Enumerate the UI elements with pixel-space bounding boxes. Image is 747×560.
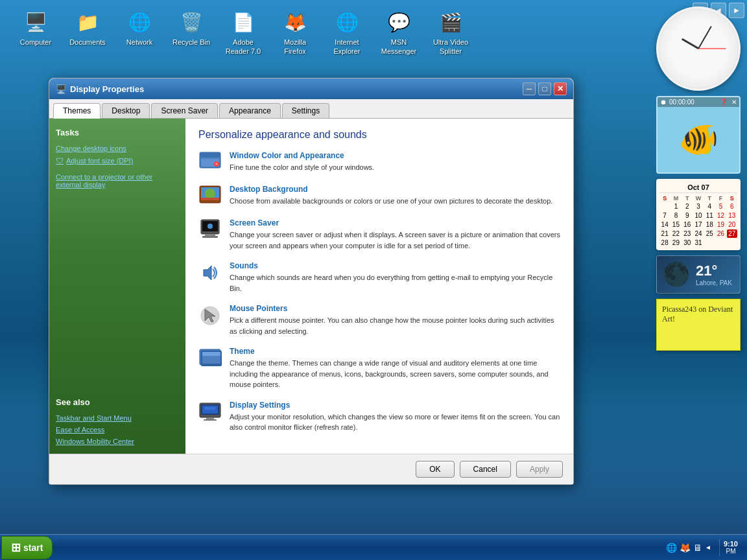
setting-sounds: Sounds Change which sounds are heard whe… <box>198 261 560 294</box>
cal-day-21[interactable]: 21 <box>659 229 670 238</box>
theme-text: Theme Change the theme. Themes can chang… <box>230 347 560 390</box>
cal-day-7[interactable]: 7 <box>659 211 670 220</box>
fish-help-icon: ❓ <box>720 99 728 106</box>
maximize-button[interactable]: □ <box>538 82 551 95</box>
theme-desc: Change the theme. Themes can change a wi… <box>230 358 560 390</box>
desktop-icon-network[interactable]: 🌐 Network <box>117 6 162 59</box>
setting-window-color: Window Color and Appearance Fine tune th… <box>198 151 560 174</box>
tray-icon-monitor[interactable]: 🖥 <box>693 542 702 553</box>
tab-screensaver[interactable]: Screen Saver <box>151 103 218 118</box>
cal-day-5[interactable]: 5 <box>715 202 726 211</box>
temperature: 21° <box>696 262 732 279</box>
cal-day-18[interactable]: 18 <box>704 220 715 229</box>
cal-day-24[interactable]: 24 <box>693 229 704 238</box>
cal-day-13[interactable]: 13 <box>727 211 737 220</box>
desktop-background-link[interactable]: Desktop Background <box>230 185 560 194</box>
cal-day-25[interactable]: 25 <box>704 229 715 238</box>
setting-desktop-background: Desktop Background Choose from available… <box>198 185 560 208</box>
mouse-pointers-icon <box>198 304 222 327</box>
screen-saver-link[interactable]: Screen Saver <box>230 218 560 228</box>
sidebar-item-connect-projector[interactable]: Connect to a projector or other external… <box>56 171 179 191</box>
sidebar-item-taskbar[interactable]: Taskbar and Start Menu <box>56 412 179 424</box>
tray-icons: 🌐 🦊 🖥 ◄ <box>666 542 711 553</box>
tab-themes[interactable]: Themes <box>53 103 101 119</box>
mouse-pointers-text: Mouse Pointers Pick a different mouse po… <box>230 304 560 336</box>
display-settings-link[interactable]: Display Settings <box>230 401 560 410</box>
desktop-icon-msn[interactable]: 💬 MSN Messenger <box>376 6 421 59</box>
cancel-button[interactable]: Cancel <box>460 461 511 478</box>
desktop-icon-computer[interactable]: 🖥️ Computer <box>13 6 58 59</box>
sidebar-see-also-header: See also <box>56 397 179 407</box>
tab-desktop[interactable]: Desktop <box>102 103 150 118</box>
cal-day-3[interactable]: 3 <box>693 202 704 211</box>
desktop-icon-ie[interactable]: 🌐 Internet Explorer <box>324 6 370 59</box>
ok-button[interactable]: OK <box>416 461 454 478</box>
sounds-link[interactable]: Sounds <box>230 261 560 270</box>
tray-expand-icon[interactable]: ◄ <box>705 544 711 551</box>
cal-day-30[interactable]: 30 <box>682 239 693 247</box>
cal-day-23[interactable]: 23 <box>682 229 693 238</box>
sidebar-item-ease-of-access[interactable]: Ease of Access <box>56 424 179 436</box>
start-button[interactable]: ⊞ start <box>1 536 53 559</box>
apply-button[interactable]: Apply <box>516 461 563 478</box>
svg-rect-8 <box>201 198 219 200</box>
sticky-note[interactable]: Picassa243 on Deviant Art! <box>656 299 741 351</box>
tab-appearance[interactable]: Appearance <box>219 103 281 118</box>
sticky-note-text: Picassa243 on Deviant Art! <box>662 305 733 323</box>
fish-close-icon[interactable]: ✕ <box>731 99 737 106</box>
cal-day-15[interactable]: 15 <box>670 220 681 229</box>
cal-day-9[interactable]: 9 <box>682 211 693 220</box>
sidebar-item-windows-mobility[interactable]: Windows Mobility Center <box>56 436 179 447</box>
window-color-link[interactable]: Window Color and Appearance <box>230 151 560 160</box>
cal-day-16[interactable]: 16 <box>682 220 693 229</box>
sounds-text: Sounds Change which sounds are heard whe… <box>230 261 560 294</box>
cal-day-1[interactable]: 1 <box>670 202 681 211</box>
mouse-pointers-link[interactable]: Mouse Pointers <box>230 304 560 313</box>
cal-day-26[interactable]: 26 <box>715 229 726 238</box>
cal-day-10[interactable]: 10 <box>693 211 704 220</box>
cal-day-4[interactable]: 4 <box>704 202 715 211</box>
calendar-month-year: Oct 07 <box>659 182 737 193</box>
minimize-button[interactable]: ─ <box>523 82 536 95</box>
desktop-icon-documents[interactable]: 📁 Documents <box>65 6 110 59</box>
cal-day-8[interactable]: 8 <box>670 211 681 220</box>
svg-rect-23 <box>204 419 217 421</box>
svg-rect-19 <box>202 352 220 356</box>
theme-link[interactable]: Theme <box>230 347 560 356</box>
cal-day-11[interactable]: 11 <box>704 211 715 220</box>
desktop-icon-firefox[interactable]: 🦊 Mozilla Firefox <box>272 6 318 59</box>
calendar-grid: S M T W T F S 1 2 3 4 5 6 7 8 9 10 11 <box>659 195 737 247</box>
desktop-icon-recycle[interactable]: 🗑️ Recycle Bin <box>169 6 214 59</box>
close-button[interactable]: ✕ <box>554 82 567 95</box>
cal-day-27[interactable]: 27 <box>727 229 737 238</box>
fish-widget: ⏺ 00:00:00 ❓ ✕ 🐠 <box>656 96 741 174</box>
fish-timer-value: 00:00:00 <box>669 99 694 106</box>
cal-day-19[interactable]: 19 <box>715 220 726 229</box>
desktop-icon-video[interactable]: 🎬 Ultra Video Splitter <box>428 6 473 59</box>
tray-ampm-value: PM <box>726 548 735 555</box>
tray-time: 9:10 PM <box>719 539 742 556</box>
desktop-icon-adobe[interactable]: 📄 Adobe Reader 7.0 <box>220 6 266 59</box>
tab-settings[interactable]: Settings <box>282 103 329 118</box>
cal-day-22[interactable]: 22 <box>670 229 681 238</box>
cal-day-6[interactable]: 6 <box>727 202 737 211</box>
dialog-title-icon: 🖥️ <box>56 84 66 94</box>
cal-day-20[interactable]: 20 <box>727 220 737 229</box>
cal-day-29[interactable]: 29 <box>670 239 681 247</box>
cal-day-12[interactable]: 12 <box>715 211 726 220</box>
tray-icon-ie[interactable]: 🌐 <box>666 542 677 553</box>
widgets-panel: ⏺ 00:00:00 ❓ ✕ 🐠 Oct 07 S M T W T F S 1 … <box>656 6 741 351</box>
sidebar-item-adjust-font[interactable]: 🛡 Adjust font size (DPI) <box>56 154 179 167</box>
cal-day-2[interactable]: 2 <box>682 202 693 211</box>
tray-icon-firefox[interactable]: 🦊 <box>680 542 691 553</box>
cal-day-14[interactable]: 14 <box>659 220 670 229</box>
cal-day-28[interactable]: 28 <box>659 239 670 247</box>
display-properties-dialog[interactable]: 🖥️ Display Properties ─ □ ✕ Themes Deskt… <box>49 78 574 485</box>
cal-day-31[interactable]: 31 <box>693 239 704 247</box>
window-color-desc: Fine tune the color and style of your wi… <box>230 162 560 173</box>
firefox-label: Mozilla Firefox <box>275 38 315 56</box>
screen-saver-icon <box>198 218 222 242</box>
sounds-icon <box>198 261 222 285</box>
cal-day-17[interactable]: 17 <box>693 220 704 229</box>
sidebar-item-change-desktop-icons[interactable]: Change desktop icons <box>56 143 179 154</box>
